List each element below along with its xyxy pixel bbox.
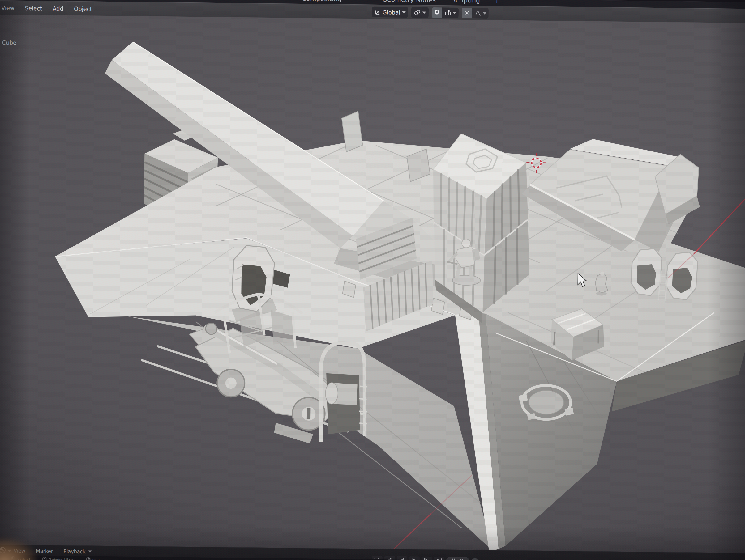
scene-3d (0, 14, 745, 556)
chevron-down-icon (88, 551, 92, 553)
menu-object[interactable]: Object (74, 5, 92, 12)
frame-fields[interactable] (446, 557, 469, 560)
hint-rotate-view: Rotate View (42, 557, 74, 560)
proportional-edit-toggle[interactable] (462, 8, 472, 18)
photo-of-monitor: Compositing Geometry Nodes Scripting + V… (0, 0, 745, 560)
header-controls: Global (372, 7, 489, 19)
hint-options: Options (86, 557, 109, 560)
mouse-middle-icon (42, 557, 47, 560)
tab-geometry-nodes[interactable]: Geometry Nodes (382, 0, 436, 4)
pivot-point-icon (414, 9, 421, 15)
menu-select[interactable]: Select (25, 5, 42, 11)
frame-indicator[interactable] (471, 558, 479, 560)
viewport-menus: View Select Add Object (1, 1, 92, 16)
timeline-menu-view[interactable]: View (13, 548, 25, 554)
clock-icon (0, 547, 6, 555)
menu-view[interactable]: View (1, 5, 14, 11)
chevron-down-icon (7, 550, 11, 552)
chevron-down-icon (483, 12, 486, 14)
chevron-down-icon (422, 11, 426, 13)
falloff-curve-icon (475, 10, 481, 16)
timeline-menu-playback[interactable]: Playback (63, 548, 92, 554)
mouse-right-icon (86, 557, 90, 560)
hint-select: Select (11, 556, 31, 560)
portal-door-left (232, 245, 278, 323)
proportional-editing-icon (464, 10, 470, 16)
tab-scripting[interactable]: Scripting (452, 0, 480, 4)
transform-orientation-icon (375, 9, 381, 15)
snap-with-dropdown[interactable] (442, 7, 459, 18)
viewport-canvas[interactable]: Cube (0, 14, 745, 556)
chevron-down-icon (453, 12, 456, 14)
mouse-left-icon (11, 556, 15, 560)
add-workspace-button[interactable]: + (494, 0, 499, 4)
tab-compositing[interactable]: Compositing (302, 0, 342, 3)
transform-orientation-label: Global (383, 9, 400, 16)
falloff-dropdown[interactable] (472, 8, 489, 19)
jump-to-end-button[interactable] (434, 557, 444, 560)
snapping-controls (432, 7, 459, 18)
timeline-menu-marker[interactable]: Marker (36, 548, 53, 554)
snap-toggle-button[interactable] (432, 7, 442, 18)
next-keyframe-button[interactable] (422, 557, 432, 560)
pivot-point-dropdown[interactable] (411, 7, 429, 18)
proportional-editing-controls (462, 8, 489, 19)
menu-add[interactable]: Add (53, 5, 63, 11)
transform-orientation-dropdown[interactable]: Global (372, 7, 409, 18)
magnet-icon (434, 9, 440, 16)
chevron-down-icon (402, 11, 406, 13)
editor-type-dropdown[interactable] (0, 547, 11, 555)
snap-increment-icon (444, 9, 451, 16)
blender-window: Compositing Geometry Nodes Scripting + V… (0, 0, 745, 560)
